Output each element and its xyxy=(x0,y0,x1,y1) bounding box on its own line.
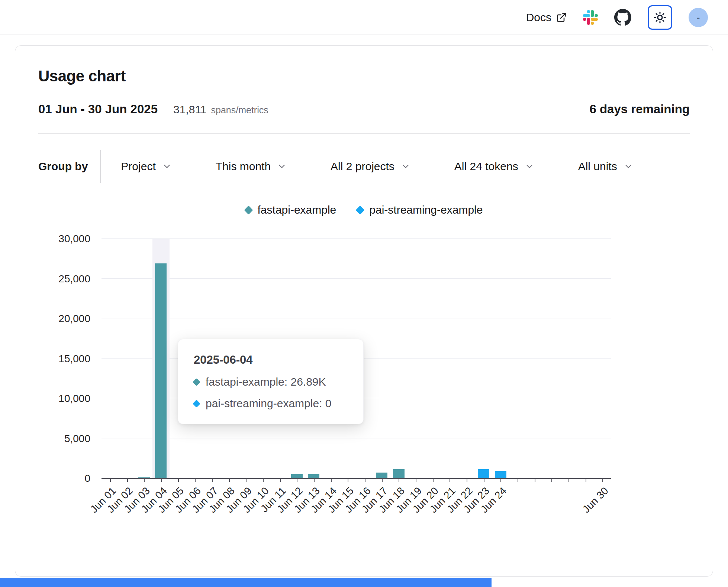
bar-pai-streaming-example[interactable] xyxy=(495,471,506,478)
top-header: Docs xyxy=(0,0,728,35)
x-axis-tick xyxy=(348,478,348,482)
avatar-label: - xyxy=(696,12,700,23)
legend-diamond-icon xyxy=(244,205,253,214)
x-axis-tick xyxy=(535,478,535,482)
usage-card: Usage chart 01 Jun - 30 Jun 2025 31,811 … xyxy=(15,45,713,577)
tooltip-diamond-icon xyxy=(193,378,200,386)
x-axis-tick xyxy=(416,478,416,482)
x-axis-tick xyxy=(500,478,501,482)
projects-select[interactable]: All 2 projects xyxy=(331,160,410,173)
x-axis-tick xyxy=(314,478,315,482)
docs-link[interactable]: Docs xyxy=(526,11,567,24)
legend-label: fastapi-example xyxy=(258,204,336,216)
x-axis-tick xyxy=(450,478,450,482)
bar-fastapi-example[interactable] xyxy=(155,263,167,478)
units-select-value: All units xyxy=(578,160,617,173)
units-select[interactable]: All units xyxy=(578,160,633,173)
external-link-icon xyxy=(556,12,567,23)
bar-fastapi-example[interactable] xyxy=(393,469,405,478)
y-axis-label: 5,000 xyxy=(38,433,90,445)
group-by-select[interactable]: Project xyxy=(121,160,171,173)
x-axis-tick xyxy=(127,478,128,482)
y-axis-label: 30,000 xyxy=(38,233,90,245)
bar-pai-streaming-example[interactable] xyxy=(478,469,489,478)
github-button[interactable] xyxy=(614,9,631,26)
chevron-down-icon xyxy=(162,162,172,171)
x-axis-tick xyxy=(365,478,365,482)
x-axis-tick xyxy=(602,478,603,482)
projects-select-value: All 2 projects xyxy=(331,160,394,173)
sun-icon xyxy=(653,11,667,24)
chart-legend: fastapi-example pai-streaming-example xyxy=(38,204,690,216)
x-axis-label: Jun 30 xyxy=(580,485,611,515)
legend-item[interactable]: fastapi-example xyxy=(245,204,336,216)
y-axis-label: 0 xyxy=(38,473,90,484)
tokens-select-value: All 24 tokens xyxy=(454,160,518,173)
total-count: 31,811 xyxy=(173,103,207,116)
tokens-select[interactable]: All 24 tokens xyxy=(454,160,534,173)
gridline xyxy=(102,238,611,239)
x-axis-tick xyxy=(382,478,383,482)
x-axis-tick xyxy=(331,478,332,482)
total-unit: spans/metrics xyxy=(211,105,268,116)
y-axis-label: 20,000 xyxy=(38,313,90,325)
y-axis-label: 15,000 xyxy=(38,353,90,365)
gridline xyxy=(102,278,611,279)
bar-fastapi-example[interactable] xyxy=(376,473,387,478)
x-axis-tick xyxy=(229,478,230,482)
tooltip-date: 2025-06-04 xyxy=(194,353,348,367)
chevron-down-icon xyxy=(624,162,633,171)
tooltip-row: pai-streaming-example: 0 xyxy=(194,397,348,410)
x-axis-tick xyxy=(212,478,213,482)
plot-area[interactable]: 2025-06-04 fastapi-example: 26.89K pai-s… xyxy=(102,239,611,479)
chevron-down-icon xyxy=(525,162,534,171)
filter-dropdowns: Project This month All 2 projects All 24… xyxy=(121,160,633,173)
date-range-select[interactable]: This month xyxy=(216,160,287,173)
x-axis-tick xyxy=(263,478,264,482)
x-axis-tick xyxy=(586,478,586,482)
slack-button[interactable] xyxy=(583,10,598,25)
x-axis-tick xyxy=(144,478,145,482)
x-axis-tick xyxy=(297,478,297,482)
x-axis-tick xyxy=(110,478,111,482)
vertical-divider xyxy=(100,150,101,183)
x-axis-tick xyxy=(399,478,399,482)
tooltip-row-text: fastapi-example: 26.89K xyxy=(206,376,326,388)
tooltip-row-text: pai-streaming-example: 0 xyxy=(206,397,331,410)
user-avatar[interactable]: - xyxy=(689,8,708,27)
x-axis-tick xyxy=(161,478,162,482)
github-icon xyxy=(614,9,631,26)
slack-icon xyxy=(583,10,598,25)
section-divider xyxy=(38,133,690,134)
tooltip-diamond-icon xyxy=(193,399,200,407)
legend-item[interactable]: pai-streaming-example xyxy=(357,204,483,216)
x-axis-tick xyxy=(433,478,434,482)
date-range-select-value: This month xyxy=(216,160,271,173)
bar-fastapi-example[interactable] xyxy=(291,474,303,478)
bar-fastapi-example[interactable] xyxy=(308,474,319,478)
page-title: Usage chart xyxy=(38,67,690,85)
theme-toggle-button[interactable] xyxy=(648,5,672,30)
chart-tooltip: 2025-06-04 fastapi-example: 26.89K pai-s… xyxy=(178,339,364,424)
group-by-label: Group by xyxy=(38,150,88,182)
legend-diamond-icon xyxy=(356,205,365,214)
x-axis-tick xyxy=(518,478,518,482)
days-remaining: 6 days remaining xyxy=(589,102,690,116)
date-range: 01 Jun - 30 Jun 2025 xyxy=(38,102,158,116)
group-by-select-value: Project xyxy=(121,160,155,173)
x-axis-tick xyxy=(195,478,196,482)
legend-label: pai-streaming-example xyxy=(369,204,483,216)
x-axis-tick xyxy=(568,478,569,482)
tooltip-row: fastapi-example: 26.89K xyxy=(194,376,348,388)
usage-meta-row: 01 Jun - 30 Jun 2025 31,811 spans/metric… xyxy=(38,102,690,116)
y-axis-label: 10,000 xyxy=(38,393,90,405)
docs-link-label: Docs xyxy=(526,11,551,24)
chevron-down-icon xyxy=(401,162,410,171)
x-axis-tick xyxy=(178,478,179,482)
y-axis-label: 25,000 xyxy=(38,273,90,285)
gridline xyxy=(102,438,611,438)
x-axis-tick xyxy=(280,478,281,482)
bottom-blue-strip xyxy=(0,578,492,587)
x-axis-tick xyxy=(467,478,467,482)
x-axis-tick xyxy=(246,478,247,482)
